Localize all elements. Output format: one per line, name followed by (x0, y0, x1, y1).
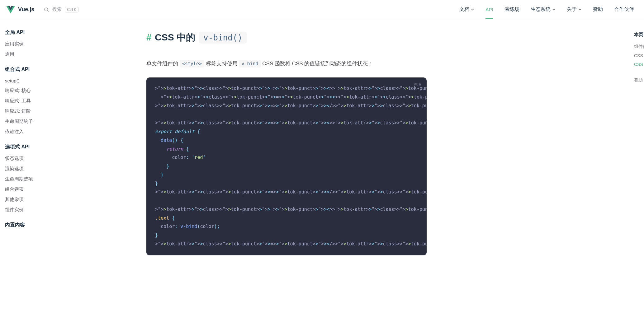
anchor-hash[interactable]: # (146, 32, 152, 42)
toc-item[interactable]: CSS 中的 v-bind() (634, 60, 644, 69)
sidebar-item[interactable]: 组件实例 (5, 205, 97, 215)
chevron-down-icon (552, 8, 556, 11)
sidebar-item[interactable]: 响应式: 工具 (5, 96, 97, 106)
sidebar-item[interactable]: setup() (5, 76, 97, 86)
inline-code-vbind: v-bind (239, 60, 261, 67)
article: # CSS 中的 v-bind() 单文件组件的 <style> 标签支持使用 … (146, 31, 427, 255)
sidebar-heading[interactable]: 内置内容 (5, 222, 97, 228)
top-header: Vue.js 搜索 Ctrl K 文档API演练场生态系统关于赞助合作伙伴 (0, 0, 644, 19)
title-text: CSS 中的 (155, 32, 195, 42)
sidebar-item[interactable]: 应用实例 (5, 39, 97, 49)
sidebar-section: 全局 API应用实例通用 (5, 29, 97, 59)
chevron-down-icon (578, 8, 582, 11)
sidebar-heading[interactable]: 全局 API (5, 29, 97, 36)
sidebar-item[interactable]: 状态选项 (5, 153, 97, 164)
svg-line-1 (48, 11, 49, 12)
inline-code-style: <style> (180, 60, 204, 67)
nav-item-演练场[interactable]: 演练场 (504, 6, 519, 13)
svg-point-0 (45, 8, 48, 11)
sidebar-section: 内置内容 (5, 222, 97, 228)
sidebar-section: 选项式 API状态选项渲染选项生命周期选项组合选项其他杂项组件实例 (5, 144, 97, 215)
layout: 全局 API应用实例通用组合式 APIsetup()响应式: 核心响应式: 工具… (0, 19, 644, 335)
sidebar-item[interactable]: 依赖注入 (5, 127, 97, 137)
sidebar-item[interactable]: 通用 (5, 49, 97, 59)
logo-group[interactable]: Vue.js (6, 5, 34, 14)
main-nav: 文档API演练场生态系统关于赞助合作伙伴 (459, 6, 634, 13)
nav-item-合作伙伴[interactable]: 合作伙伴 (614, 6, 634, 13)
nav-item-赞助[interactable]: 赞助 (593, 6, 603, 13)
main-content[interactable]: # CSS 中的 v-bind() 单文件组件的 <style> 标签支持使用 … (106, 19, 634, 335)
sidebar-item[interactable]: 响应式: 核心 (5, 86, 97, 96)
code-lang-label: vue (414, 81, 421, 88)
chevron-down-icon (471, 8, 474, 11)
nav-item-文档[interactable]: 文档 (459, 6, 474, 13)
sidebar-item[interactable]: 其他杂项 (5, 194, 97, 205)
nav-item-关于[interactable]: 关于 (567, 6, 582, 13)
para-text: 标签支持使用 (206, 61, 239, 67)
sidebar-item[interactable]: 生命周期钩子 (5, 116, 97, 127)
search-shortcut: Ctrl K (65, 7, 78, 12)
sidebar-heading[interactable]: 组合式 API (5, 66, 97, 73)
intro-paragraph: 单文件组件的 <style> 标签支持使用 v-bind CSS 函数将 CSS… (146, 59, 427, 69)
search-button[interactable]: 搜索 Ctrl K (44, 7, 78, 12)
sidebar[interactable]: 全局 API应用实例通用组合式 APIsetup()响应式: 核心响应式: 工具… (0, 19, 106, 335)
sidebar-item[interactable]: 响应式: 进阶 (5, 106, 97, 116)
title-code: v-bind() (199, 32, 247, 44)
sidebar-section: 组合式 APIsetup()响应式: 核心响应式: 工具响应式: 进阶生命周期钩… (5, 66, 97, 137)
para-text: CSS 函数将 CSS 的值链接到动态的组件状态： (262, 61, 373, 67)
search-icon (44, 7, 49, 12)
nav-item-生态系统[interactable]: 生态系统 (531, 6, 556, 13)
nav-item-API[interactable]: API (485, 7, 493, 12)
sidebar-item[interactable]: 组合选项 (5, 184, 97, 194)
table-of-contents: 本页目录组件作用域 CSSCSS ModulesCSS 中的 v-bind()赞… (634, 19, 644, 335)
page-title: # CSS 中的 v-bind() (146, 31, 427, 44)
sidebar-item[interactable]: 渲染选项 (5, 164, 97, 174)
para-text: 单文件组件的 (146, 61, 180, 67)
code-example[interactable]: vue>">>tok-attr>>">>class>>">>tok-punct>… (146, 77, 427, 255)
sidebar-heading[interactable]: 选项式 API (5, 144, 97, 150)
vue-logo-icon (6, 5, 15, 14)
toc-item[interactable]: CSS Modules (634, 51, 644, 60)
search-placeholder: 搜索 (52, 7, 62, 12)
toc-item[interactable]: 组件作用域 CSS (634, 42, 644, 51)
brand-name: Vue.js (18, 6, 34, 13)
sidebar-item[interactable]: 生命周期选项 (5, 174, 97, 184)
toc-title: 本页目录 (634, 32, 644, 38)
toc-sponsor[interactable]: 赞助 (634, 76, 644, 85)
